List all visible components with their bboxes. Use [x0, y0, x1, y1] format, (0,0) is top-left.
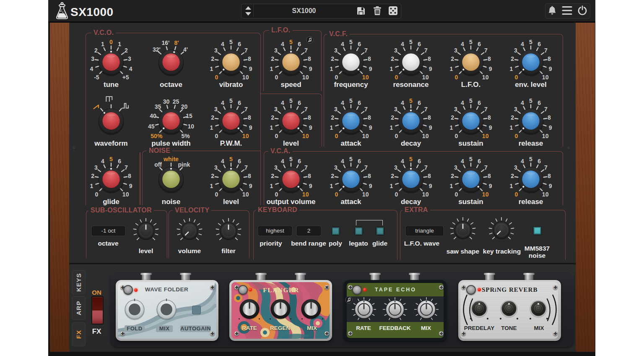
svg-text:3: 3: [514, 47, 517, 54]
svg-text:1: 1: [390, 65, 393, 72]
svg-text:0: 0: [275, 191, 278, 198]
svg-text:4: 4: [401, 158, 404, 165]
svg-text:8: 8: [308, 55, 311, 62]
svg-text:2: 2: [331, 173, 334, 179]
svg-text:0: 0: [95, 191, 98, 198]
svg-text:1: 1: [449, 124, 453, 131]
svg-text:9: 9: [489, 124, 492, 131]
svg-text:8: 8: [428, 114, 431, 121]
svg-text:8: 8: [548, 55, 551, 62]
svg-text:7: 7: [244, 105, 248, 112]
svg-text:3: 3: [214, 105, 218, 112]
svg-text:8: 8: [428, 55, 431, 62]
svg-text:9: 9: [549, 183, 552, 189]
svg-text:7: 7: [125, 164, 128, 171]
svg-text:4: 4: [521, 158, 524, 165]
svg-text:6: 6: [298, 99, 301, 106]
svg-text:1: 1: [330, 124, 333, 131]
svg-text:4: 4: [129, 65, 132, 72]
svg-text:2: 2: [331, 114, 334, 121]
svg-text:3: 3: [91, 55, 94, 62]
svg-text:9: 9: [129, 183, 132, 189]
svg-text:9: 9: [249, 124, 252, 131]
svg-text:16': 16': [162, 39, 170, 46]
svg-text:6: 6: [538, 158, 541, 165]
svg-text:7: 7: [544, 105, 548, 112]
svg-text:5%: 5%: [182, 133, 190, 139]
svg-text:10: 10: [362, 133, 369, 139]
svg-text:40: 40: [150, 112, 156, 119]
svg-text:6: 6: [418, 41, 421, 47]
svg-text:20: 20: [181, 103, 188, 110]
svg-text:8: 8: [488, 114, 491, 121]
svg-text:1: 1: [210, 124, 213, 131]
svg-text:0: 0: [335, 74, 338, 81]
svg-text:4: 4: [341, 99, 344, 106]
svg-text:0: 0: [275, 133, 278, 139]
svg-text:7: 7: [424, 164, 428, 171]
svg-text:0: 0: [109, 39, 113, 45]
svg-text:7: 7: [544, 164, 548, 171]
svg-text:6: 6: [118, 158, 121, 165]
svg-text:8: 8: [248, 55, 251, 62]
svg-text:0: 0: [395, 133, 398, 139]
svg-text:5: 5: [349, 39, 353, 45]
svg-text:2: 2: [391, 55, 394, 62]
svg-text:0: 0: [335, 133, 338, 139]
svg-text:4: 4: [341, 158, 344, 165]
svg-text:5: 5: [109, 156, 113, 162]
svg-text:6: 6: [478, 41, 481, 47]
svg-text:6: 6: [538, 99, 541, 106]
svg-text:6: 6: [358, 41, 361, 47]
svg-text:3: 3: [334, 47, 338, 54]
svg-text:30: 30: [163, 98, 170, 105]
svg-text:1: 1: [330, 65, 333, 72]
svg-text:2: 2: [511, 55, 514, 62]
svg-text:7: 7: [484, 47, 488, 54]
svg-text:10: 10: [302, 191, 309, 198]
svg-text:0: 0: [215, 74, 218, 81]
svg-text:3: 3: [128, 55, 131, 62]
svg-text:4: 4: [221, 41, 224, 47]
svg-text:3: 3: [274, 164, 278, 171]
svg-text:7: 7: [424, 47, 428, 54]
svg-text:10: 10: [482, 133, 489, 139]
svg-text:10: 10: [242, 74, 249, 81]
svg-text:7: 7: [544, 47, 548, 54]
svg-text:9: 9: [369, 183, 372, 189]
svg-text:4: 4: [461, 41, 464, 47]
svg-text:0: 0: [335, 191, 338, 198]
svg-text:10: 10: [188, 123, 195, 130]
svg-text:5: 5: [409, 39, 413, 45]
svg-text:1: 1: [509, 65, 513, 72]
svg-text:6: 6: [298, 158, 301, 165]
svg-text:4: 4: [90, 65, 93, 72]
svg-text:8: 8: [368, 55, 371, 62]
svg-text:2: 2: [511, 114, 514, 121]
svg-text:4: 4: [221, 99, 224, 106]
svg-text:4: 4: [461, 99, 464, 106]
svg-text:3: 3: [454, 164, 457, 171]
svg-text:8: 8: [548, 173, 551, 179]
svg-text:2: 2: [271, 173, 274, 179]
svg-text:7: 7: [244, 164, 248, 171]
svg-text:9: 9: [249, 65, 252, 72]
svg-text:6: 6: [358, 158, 361, 165]
svg-text:+5: +5: [122, 74, 129, 81]
svg-text:5: 5: [469, 97, 473, 104]
svg-text:3: 3: [454, 47, 457, 54]
svg-text:5: 5: [469, 156, 473, 162]
svg-text:5: 5: [229, 39, 233, 45]
svg-text:white: white: [163, 156, 179, 162]
svg-text:5: 5: [409, 156, 413, 162]
svg-text:50%: 50%: [151, 133, 163, 139]
svg-text:7: 7: [364, 105, 368, 112]
svg-text:5: 5: [469, 39, 473, 45]
svg-text:5: 5: [529, 39, 532, 45]
svg-text:0: 0: [454, 191, 458, 198]
svg-text:3: 3: [394, 47, 397, 54]
svg-text:2: 2: [211, 55, 214, 62]
svg-text:1: 1: [509, 124, 513, 131]
svg-text:3: 3: [214, 47, 218, 54]
svg-text:7: 7: [244, 47, 248, 54]
